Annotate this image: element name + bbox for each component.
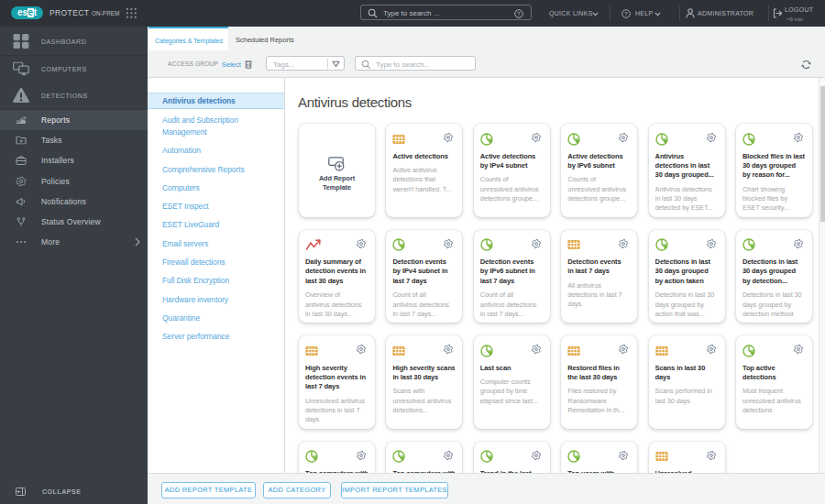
svg-text:?: ? [624, 11, 628, 16]
svg-text:?: ? [517, 11, 521, 16]
